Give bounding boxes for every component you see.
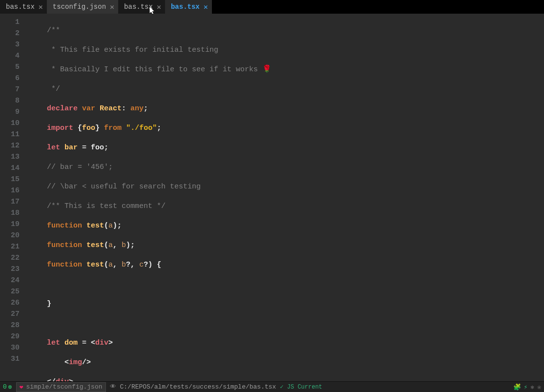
heart-icon: ❤	[20, 383, 23, 391]
tab-bas-1[interactable]: bas.tsx ✕	[0, 0, 47, 14]
tab-label: bas.tsx	[171, 3, 200, 11]
file-path: C:/REPOS/alm/tests/success/simple/bas.ts…	[120, 383, 276, 391]
gear-icon[interactable]: ✱	[530, 383, 534, 391]
tab-bas-active[interactable]: bas.tsx ✕	[165, 0, 212, 14]
tab-label: tsconfig.json	[53, 3, 106, 11]
error-icon: ⊗	[8, 383, 12, 391]
status-right: 🧩 ⚡ ✱ ❀	[513, 383, 541, 391]
close-icon[interactable]: ✕	[157, 2, 161, 12]
tab-bar: bas.tsx ✕ tsconfig.json ✕ bas.tsx ✕ bas.…	[0, 0, 544, 14]
tab-label: bas.tsx	[6, 3, 35, 11]
tsconfig-selector[interactable]: ❤ simple/tsconfig.json	[16, 382, 106, 392]
close-icon[interactable]: ✕	[110, 2, 114, 12]
tab-tsconfig[interactable]: tsconfig.json ✕	[47, 0, 118, 14]
bolt-icon[interactable]: ⚡	[524, 383, 528, 391]
close-icon[interactable]: ✕	[204, 2, 208, 12]
error-count[interactable]: 0 ⊗	[3, 383, 12, 391]
status-bar: 0 ⊗ ❤ simple/tsconfig.json 👁 C:/REPOS/al…	[0, 381, 544, 392]
js-status: ✓ JS Current	[280, 383, 322, 391]
puzzle-icon[interactable]: 🧩	[513, 383, 521, 391]
tsconfig-name: simple/tsconfig.json	[26, 383, 102, 391]
code-editor[interactable]: 1234567891011121314151617181920212223242…	[0, 14, 544, 381]
code-content[interactable]: /** * This file exists for initial testi…	[26, 14, 544, 381]
line-number-gutter: 1234567891011121314151617181920212223242…	[0, 14, 26, 381]
tab-bas-2[interactable]: bas.tsx ✕	[118, 0, 165, 14]
eye-icon[interactable]: 👁	[110, 383, 116, 391]
close-icon[interactable]: ✕	[39, 2, 43, 12]
tab-label: bas.tsx	[124, 3, 153, 11]
flower-icon[interactable]: ❀	[537, 383, 541, 391]
